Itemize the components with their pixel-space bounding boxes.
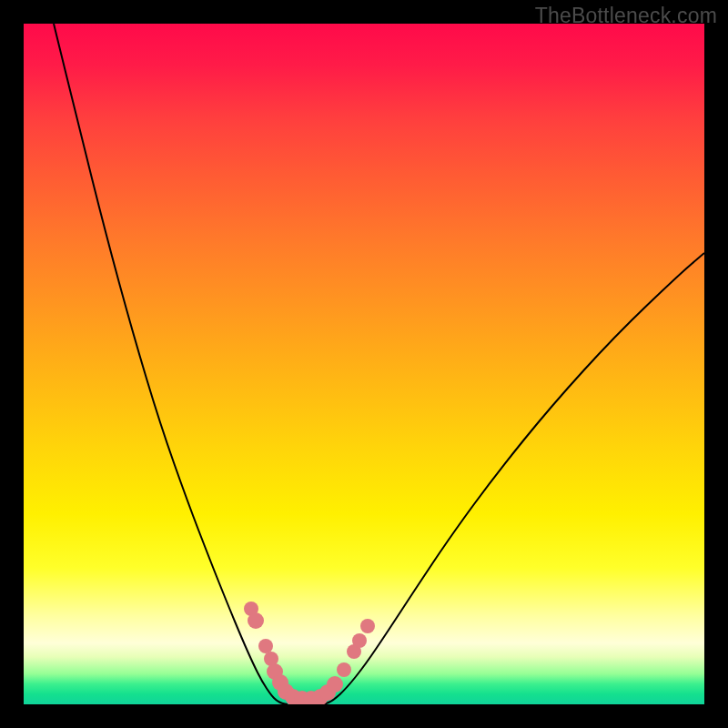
right-curve [324, 253, 704, 704]
markers [244, 602, 375, 704]
right-curve [324, 253, 704, 704]
marker-dot [258, 639, 273, 653]
chart-svg [24, 24, 704, 704]
chart-frame: TheBottleneck.com [0, 0, 728, 728]
marker-dot [360, 619, 375, 633]
marker-dot [327, 676, 343, 693]
marker-dot [337, 662, 351, 677]
watermark-text: TheBottleneck.com [535, 4, 717, 28]
marker-dot [248, 612, 264, 629]
marker-dot [352, 633, 367, 648]
plot-area [24, 24, 704, 704]
